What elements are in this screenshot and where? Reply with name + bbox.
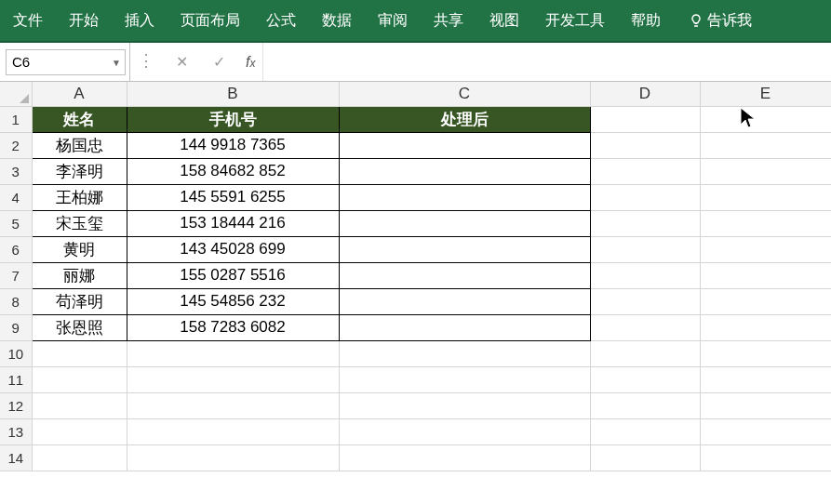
cell-E6[interactable] [700,236,831,262]
cell-C14[interactable] [339,444,590,471]
cell-E4[interactable] [700,184,831,210]
tell-me[interactable]: 告诉我 [674,0,765,41]
tab-help[interactable]: 帮助 [618,0,674,41]
cell-D14[interactable] [590,444,700,471]
cell-E1[interactable] [700,106,831,132]
cell-D9[interactable] [590,314,700,340]
cell-C3[interactable] [339,158,590,184]
cell-A7[interactable]: 丽娜 [32,262,127,288]
cell-D3[interactable] [590,158,700,184]
cell-A2[interactable]: 杨国忠 [32,132,127,158]
cell-C4[interactable] [339,184,590,210]
fx-icon[interactable]: fx [246,54,255,71]
cell-C5[interactable] [339,210,590,236]
cell-A6[interactable]: 黄明 [32,236,127,262]
row-header[interactable]: 12 [0,392,32,418]
name-box[interactable]: C6 ▼ [6,49,126,75]
row-header[interactable]: 6 [0,236,32,262]
cell-A8[interactable]: 苟泽明 [32,288,127,314]
row-header[interactable]: 13 [0,418,32,444]
row-header[interactable]: 9 [0,314,32,340]
col-header-D[interactable]: D [590,82,700,106]
col-header-C[interactable]: C [339,82,590,106]
cell-E14[interactable] [700,444,831,471]
cell-B1[interactable]: 手机号 [127,106,339,132]
cell-B5[interactable]: 153 18444 216 [127,210,339,236]
row-header[interactable]: 8 [0,288,32,314]
row-header[interactable]: 2 [0,132,32,158]
cell-D4[interactable] [590,184,700,210]
cell-A11[interactable] [32,366,127,392]
cell-E5[interactable] [700,210,831,236]
cell-E9[interactable] [700,314,831,340]
cell-B7[interactable]: 155 0287 5516 [127,262,339,288]
cell-D12[interactable] [590,392,700,418]
cell-C10[interactable] [339,340,590,366]
cell-D2[interactable] [590,132,700,158]
cancel-formula-button[interactable]: ✕ [171,53,192,71]
tab-insert[interactable]: 插入 [112,0,168,41]
col-header-E[interactable]: E [700,82,831,106]
cell-A4[interactable]: 王柏娜 [32,184,127,210]
row-header[interactable]: 14 [0,444,32,471]
cell-D5[interactable] [590,210,700,236]
cell-D7[interactable] [590,262,700,288]
cell-B12[interactable] [127,392,339,418]
cell-B14[interactable] [127,444,339,471]
row-header[interactable]: 1 [0,106,32,132]
cell-E7[interactable] [700,262,831,288]
cell-A5[interactable]: 宋玉玺 [32,210,127,236]
cell-C9[interactable] [339,314,590,340]
cell-C7[interactable] [339,262,590,288]
cell-C13[interactable] [339,418,590,444]
cell-C6[interactable] [339,236,590,262]
cell-B10[interactable] [127,340,339,366]
spreadsheet-grid[interactable]: A B C D E 1 姓名 手机号 处理后 2 杨国忠 144 9918 73… [0,82,831,471]
cell-B4[interactable]: 145 5591 6255 [127,184,339,210]
cell-D8[interactable] [590,288,700,314]
cell-E10[interactable] [700,340,831,366]
cell-A12[interactable] [32,392,127,418]
row-header[interactable]: 5 [0,210,32,236]
cell-C2[interactable] [339,132,590,158]
row-header[interactable]: 7 [0,262,32,288]
tab-data[interactable]: 数据 [309,0,365,41]
cell-B11[interactable] [127,366,339,392]
cell-D1[interactable] [590,106,700,132]
tab-review[interactable]: 审阅 [365,0,421,41]
cell-E11[interactable] [700,366,831,392]
cell-A9[interactable]: 张恩照 [32,314,127,340]
cell-E12[interactable] [700,392,831,418]
cell-A14[interactable] [32,444,127,471]
cell-D10[interactable] [590,340,700,366]
tab-home[interactable]: 开始 [56,0,112,41]
cell-D6[interactable] [590,236,700,262]
row-header[interactable]: 11 [0,366,32,392]
cell-D13[interactable] [590,418,700,444]
row-header[interactable]: 3 [0,158,32,184]
tab-formulas[interactable]: 公式 [253,0,309,41]
cell-B6[interactable]: 143 45028 699 [127,236,339,262]
cell-B3[interactable]: 158 84682 852 [127,158,339,184]
confirm-formula-button[interactable]: ✓ [208,53,229,71]
tab-pagelayout[interactable]: 页面布局 [168,0,253,41]
row-header[interactable]: 4 [0,184,32,210]
cell-C1[interactable]: 处理后 [339,106,590,132]
cell-A3[interactable]: 李泽明 [32,158,127,184]
cell-D11[interactable] [590,366,700,392]
cell-B9[interactable]: 158 7283 6082 [127,314,339,340]
cell-B13[interactable] [127,418,339,444]
formula-input[interactable] [263,43,831,81]
cell-E2[interactable] [700,132,831,158]
cell-B2[interactable]: 144 9918 7365 [127,132,339,158]
tab-view[interactable]: 视图 [476,0,532,41]
cell-C8[interactable] [339,288,590,314]
col-header-A[interactable]: A [32,82,127,106]
cell-A13[interactable] [32,418,127,444]
cell-C12[interactable] [339,392,590,418]
cell-B8[interactable]: 145 54856 232 [127,288,339,314]
row-header[interactable]: 10 [0,340,32,366]
chevron-down-icon[interactable]: ▼ [112,57,121,67]
cell-A10[interactable] [32,340,127,366]
col-header-B[interactable]: B [127,82,339,106]
